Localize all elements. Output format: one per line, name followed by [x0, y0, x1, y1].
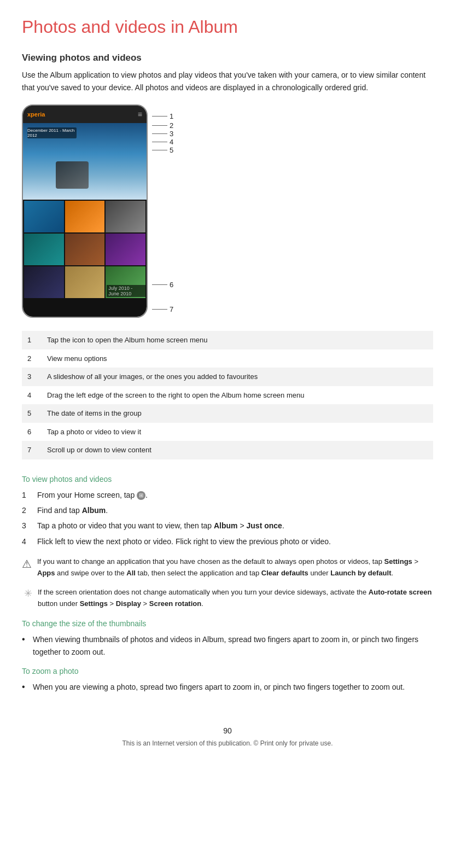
- step-text: Flick left to view the next photo or vid…: [37, 535, 331, 547]
- table-cell-desc: Scroll up or down to view content: [42, 441, 433, 459]
- tip-box: ✳ If the screen orientation does not cha…: [22, 587, 433, 610]
- note-text: If you want to change an application tha…: [37, 556, 433, 579]
- table-cell-num: 6: [22, 423, 42, 441]
- table-cell-num: 5: [22, 404, 42, 423]
- section-viewing-title: Viewing photos and videos: [22, 53, 433, 63]
- table-row: 6Tap a photo or video to view it: [22, 423, 433, 441]
- table-cell-desc: The date of items in the group: [42, 404, 433, 423]
- procedure-thumbnails-bullets: •When viewing thumbnails of photos and v…: [22, 633, 433, 658]
- callout-1: 1: [152, 112, 173, 120]
- step-text: Find and tap Album.: [37, 504, 108, 516]
- list-item: •When viewing thumbnails of photos and v…: [22, 633, 433, 658]
- callout-num-3: 3: [170, 130, 173, 138]
- bullet-dot: •: [22, 681, 28, 693]
- table-cell-desc: View menu options: [42, 349, 433, 368]
- procedure-view-title: To view photos and videos: [22, 475, 433, 483]
- step-text: Tap a photo or video that you want to vi…: [37, 520, 284, 532]
- table-cell-num: 2: [22, 349, 42, 368]
- table-cell-num: 7: [22, 441, 42, 459]
- photo-cell: [65, 201, 105, 232]
- footer-note: This is an Internet version of this publ…: [22, 739, 433, 747]
- page-number: 90: [22, 726, 433, 735]
- photo-cell: [24, 201, 64, 232]
- list-item: 4Flick left to view the next photo or vi…: [22, 535, 433, 547]
- callout-num-2: 2: [170, 121, 173, 130]
- callout-num-5: 5: [170, 146, 173, 154]
- photo-cell: [24, 266, 64, 298]
- list-item: 2Find and tap Album.: [22, 504, 433, 516]
- photo-cell: July 2010 - June 2010: [106, 266, 145, 298]
- photo-cell: [65, 266, 105, 298]
- photo-grid: July 2010 - June 2010: [23, 200, 147, 299]
- brand-text: xperia: [27, 111, 45, 118]
- callout-num-1: 1: [170, 112, 173, 120]
- step-number: 4: [22, 535, 32, 547]
- callout-4: 4: [152, 138, 173, 146]
- tip-icon: ✳: [24, 586, 32, 610]
- note-icon: ⚠: [22, 555, 32, 579]
- procedure-zoom-bullets: •When you are viewing a photo, spread tw…: [22, 681, 433, 693]
- photo-cell: [106, 234, 145, 265]
- photo-cell: [65, 234, 105, 265]
- menu-icon: ≡: [138, 110, 142, 119]
- hero-image: December 2011 - March 2012: [23, 123, 147, 200]
- step-number: 3: [22, 520, 32, 532]
- phone-screen: xperia ≡ December 2011 - March 2012: [23, 106, 147, 317]
- procedure-view-steps: 1From your Home screen, tap ⊞.2Find and …: [22, 489, 433, 548]
- table-cell-num: 4: [22, 386, 42, 405]
- step-number: 2: [22, 504, 32, 516]
- table-row: 3A slideshow of all your images, or the …: [22, 368, 433, 386]
- list-item: 1From your Home screen, tap ⊞.: [22, 489, 433, 501]
- photo-cell: [24, 234, 64, 265]
- table-cell-desc: Drag the left edge of the screen to the …: [42, 386, 433, 405]
- bullet-text: When you are viewing a photo, spread two…: [33, 681, 405, 693]
- table-cell-desc: A slideshow of all your images, or the o…: [42, 368, 433, 386]
- table-row: 2View menu options: [22, 349, 433, 368]
- callout-3: 3: [152, 130, 173, 138]
- step-number: 1: [22, 489, 32, 501]
- table-row: 7Scroll up or down to view content: [22, 441, 433, 459]
- callout-num-4: 4: [170, 138, 173, 146]
- table-cell-num: 3: [22, 368, 42, 386]
- callout-7: 7: [152, 305, 173, 313]
- phone-diagram: xperia ≡ December 2011 - March 2012: [22, 104, 148, 318]
- photo-cell: [106, 201, 145, 232]
- callout-num-6: 6: [170, 281, 173, 289]
- bullet-dot: •: [22, 633, 28, 658]
- procedure-zoom-title: To zoom a photo: [22, 667, 433, 675]
- callout-2: 2: [152, 121, 173, 130]
- table-row: 4Drag the left edge of the screen to the…: [22, 386, 433, 405]
- step-text: From your Home screen, tap ⊞.: [37, 489, 148, 501]
- note-box: ⚠ If you want to change an application t…: [22, 556, 433, 579]
- page-title: Photos and videos in Album: [22, 16, 433, 37]
- reference-table: 1Tap the icon to open the Album home scr…: [22, 331, 433, 459]
- section-viewing-intro: Use the Album application to view photos…: [22, 69, 433, 94]
- tip-text: If the screen orientation does not chang…: [38, 587, 433, 610]
- phone-top-bar: xperia ≡: [23, 106, 147, 123]
- table-cell-desc: Tap a photo or video to view it: [42, 423, 433, 441]
- callout-numbers: 1 2 3 4 5 6 7: [152, 104, 173, 318]
- callout-num-7: 7: [170, 305, 173, 313]
- date-label: July 2010 - June 2010: [107, 285, 145, 297]
- diagram-container: xperia ≡ December 2011 - March 2012: [22, 104, 433, 318]
- table-row: 1Tap the icon to open the Album home scr…: [22, 331, 433, 349]
- table-cell-num: 1: [22, 331, 42, 349]
- callout-5: 5: [152, 146, 173, 154]
- table-cell-desc: Tap the icon to open the Album home scre…: [42, 331, 433, 349]
- procedure-thumbnails-title: To change the size of the thumbnails: [22, 619, 433, 628]
- page-footer: 90 This is an Internet version of this p…: [22, 726, 433, 747]
- callout-6: 6: [152, 281, 173, 289]
- table-row: 5The date of items in the group: [22, 404, 433, 423]
- bullet-text: When viewing thumbnails of photos and vi…: [33, 633, 433, 658]
- list-item: 3Tap a photo or video that you want to v…: [22, 520, 433, 532]
- list-item: •When you are viewing a photo, spread tw…: [22, 681, 433, 693]
